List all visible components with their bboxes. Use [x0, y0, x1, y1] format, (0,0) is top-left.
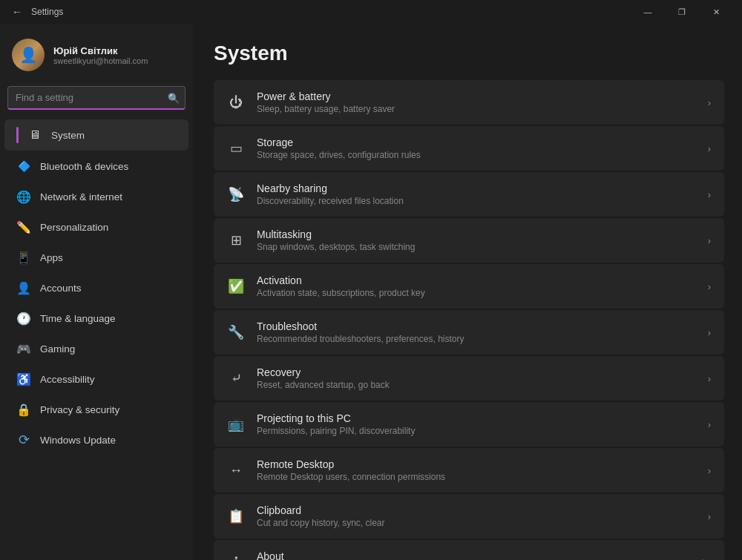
settings-item-title: Multitasking	[257, 228, 415, 240]
settings-item-subtitle: Snap windows, desktops, task switching	[257, 242, 415, 252]
privacy-icon: 🔒	[16, 402, 31, 417]
settings-item-subtitle: Recommended troubleshooters, preferences…	[257, 334, 464, 344]
sidebar-item-privacy[interactable]: 🔒 Privacy & security	[4, 395, 188, 424]
settings-item-subtitle: Storage space, drives, configuration rul…	[257, 150, 421, 160]
sidebar-item-label: Bluetooth & devices	[40, 161, 128, 172]
settings-item-left: 📡 Nearby sharing Discoverability, receiv…	[227, 182, 404, 206]
chevron-right-icon: ›	[708, 419, 711, 430]
settings-item-nearby[interactable]: 📡 Nearby sharing Discoverability, receiv…	[214, 172, 724, 217]
user-name: Юрій Світлик	[53, 45, 148, 56]
settings-item-left: 📋 Clipboard Cut and copy history, sync, …	[227, 504, 385, 528]
settings-item-power[interactable]: ⏻ Power & battery Sleep, battery usage, …	[214, 80, 724, 125]
settings-item-projecting[interactable]: 📺 Projecting to this PC Permissions, pai…	[214, 402, 724, 447]
chevron-right-icon: ›	[708, 465, 711, 476]
sidebar-item-accounts[interactable]: 👤 Accounts	[4, 273, 188, 303]
chevron-right-icon: ›	[708, 373, 711, 384]
settings-item-remote[interactable]: ↔ Remote Desktop Remote Desktop users, c…	[214, 448, 724, 493]
bluetooth-icon: 🔷	[16, 159, 31, 174]
settings-item-clipboard[interactable]: 📋 Clipboard Cut and copy history, sync, …	[214, 494, 724, 538]
sidebar-item-apps[interactable]: 📱 Apps	[4, 243, 188, 272]
sidebar-item-label: Network & internet	[40, 191, 122, 202]
settings-item-multitasking[interactable]: ⊞ Multitasking Snap windows, desktops, t…	[214, 218, 724, 263]
time-icon: 🕐	[16, 311, 31, 326]
sidebar-item-gaming[interactable]: 🎮 Gaming	[4, 334, 188, 363]
settings-item-subtitle: Discoverability, received files location	[257, 196, 404, 206]
back-button[interactable]: ←	[9, 4, 25, 19]
chevron-right-icon: ›	[708, 281, 711, 292]
settings-item-activation[interactable]: ✅ Activation Activation state, subscript…	[214, 264, 724, 309]
multitasking-icon: ⊞	[227, 231, 245, 249]
sidebar-item-bluetooth[interactable]: 🔷 Bluetooth & devices	[4, 151, 188, 181]
minimize-button[interactable]: —	[631, 0, 665, 24]
sidebar-item-label: Time & language	[40, 313, 116, 324]
clipboard-icon: 📋	[227, 507, 245, 525]
chevron-right-icon: ›	[708, 327, 711, 338]
sidebar-item-accessibility[interactable]: ♿ Accessibility	[4, 364, 188, 394]
chevron-right-icon: ›	[708, 189, 711, 200]
sidebar: 👤 Юрій Світлик sweetlikyuri@hotmail.com …	[0, 24, 193, 560]
chevron-right-icon: ›	[708, 143, 711, 154]
red-arrowhead-icon: ▶	[703, 556, 711, 560]
settings-item-troubleshoot[interactable]: 🔧 Troubleshoot Recommended troubleshoote…	[214, 310, 724, 355]
sidebar-item-label: Accessibility	[40, 374, 95, 385]
settings-item-title: Recovery	[257, 366, 390, 378]
settings-item-text: Projecting to this PC Permissions, pairi…	[257, 412, 415, 436]
system-icon: 🖥	[27, 128, 42, 142]
settings-item-title: Activation	[257, 274, 425, 286]
settings-item-left: ⊞ Multitasking Snap windows, desktops, t…	[227, 228, 415, 252]
main-content: System ⏻ Power & battery Sleep, battery …	[193, 24, 742, 560]
search-input[interactable]	[7, 86, 186, 110]
maximize-button[interactable]: ❐	[665, 0, 699, 24]
sidebar-item-label: Personalization	[40, 222, 108, 233]
page-title: System	[214, 42, 724, 65]
sidebar-item-label: Gaming	[40, 343, 75, 355]
troubleshoot-icon: 🔧	[227, 323, 245, 341]
settings-item-left: ▭ Storage Storage space, drives, configu…	[227, 136, 421, 160]
storage-icon: ▭	[227, 139, 245, 157]
settings-item-subtitle: Sleep, battery usage, battery saver	[257, 104, 395, 114]
close-button[interactable]: ✕	[699, 0, 733, 24]
sidebar-item-personalization[interactable]: ✏️ Personalization	[4, 212, 188, 242]
settings-item-title: Troubleshoot	[257, 320, 464, 332]
settings-item-recovery[interactable]: ⤶ Recovery Reset, advanced startup, go b…	[214, 356, 724, 401]
settings-item-storage[interactable]: ▭ Storage Storage space, drives, configu…	[214, 126, 724, 171]
settings-item-left: 🔧 Troubleshoot Recommended troubleshoote…	[227, 320, 464, 344]
sidebar-item-label: System	[51, 130, 85, 141]
network-icon: 🌐	[16, 189, 31, 204]
settings-item-text: Power & battery Sleep, battery usage, ba…	[257, 90, 395, 114]
settings-list: ⏻ Power & battery Sleep, battery usage, …	[214, 80, 724, 560]
remote-icon: ↔	[227, 461, 245, 479]
settings-item-left: ↔ Remote Desktop Remote Desktop users, c…	[227, 458, 445, 482]
about-icon: ℹ	[227, 553, 245, 560]
settings-item-text: Nearby sharing Discoverability, received…	[257, 182, 404, 206]
sidebar-item-system[interactable]: 🖥 System	[4, 119, 188, 151]
update-icon: ⟳	[16, 432, 31, 447]
settings-item-title: Remote Desktop	[257, 458, 445, 470]
settings-item-subtitle: Cut and copy history, sync, clear	[257, 518, 385, 528]
settings-item-about[interactable]: ℹ About Device specifications, rename PC…	[214, 540, 724, 560]
settings-item-title: Projecting to this PC	[257, 412, 415, 424]
sidebar-item-label: Windows Update	[40, 435, 116, 446]
settings-item-subtitle: Reset, advanced startup, go back	[257, 380, 390, 390]
settings-item-text: Troubleshoot Recommended troubleshooters…	[257, 320, 464, 344]
sidebar-item-network[interactable]: 🌐 Network & internet	[4, 182, 188, 211]
gaming-icon: 🎮	[16, 341, 31, 356]
app-body: 👤 Юрій Світлик sweetlikyuri@hotmail.com …	[0, 24, 742, 560]
sidebar-item-update[interactable]: ⟳ Windows Update	[4, 425, 188, 455]
settings-item-left: ⏻ Power & battery Sleep, battery usage, …	[227, 90, 395, 114]
settings-item-title: About	[257, 550, 487, 560]
user-profile[interactable]: 👤 Юрій Світлик sweetlikyuri@hotmail.com	[0, 30, 193, 86]
settings-item-title: Clipboard	[257, 504, 385, 516]
settings-item-subtitle: Activation state, subscriptions, product…	[257, 288, 425, 298]
settings-item-text: Clipboard Cut and copy history, sync, cl…	[257, 504, 385, 528]
personalization-icon: ✏️	[16, 220, 31, 234]
titlebar: ← Settings — ❐ ✕	[0, 0, 742, 24]
titlebar-title: Settings	[31, 7, 63, 17]
sidebar-item-time[interactable]: 🕐 Time & language	[4, 303, 188, 333]
user-email: sweetlikyuri@hotmail.com	[53, 56, 148, 65]
sidebar-item-label: Accounts	[40, 283, 82, 294]
settings-item-left: 📺 Projecting to this PC Permissions, pai…	[227, 412, 415, 436]
settings-item-text: Remote Desktop Remote Desktop users, con…	[257, 458, 445, 482]
settings-item-text: Storage Storage space, drives, configura…	[257, 136, 421, 160]
settings-item-text: Activation Activation state, subscriptio…	[257, 274, 425, 298]
